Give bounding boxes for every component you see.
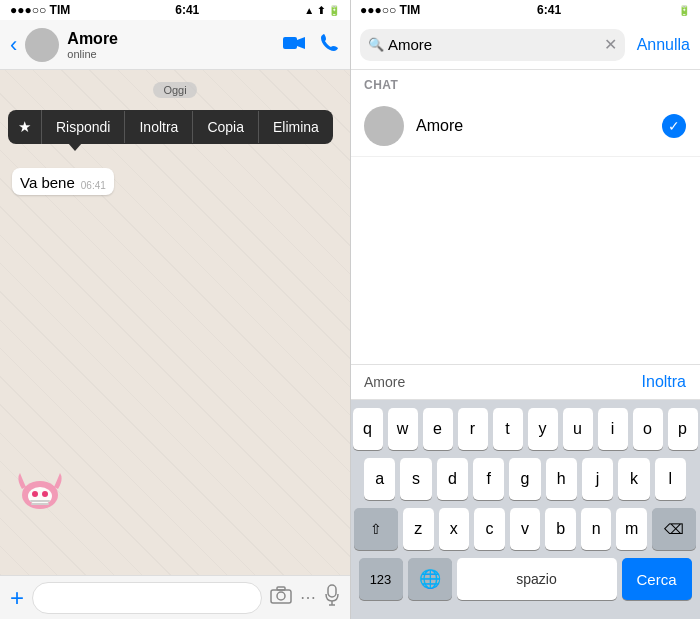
star-button[interactable]: ★: [8, 110, 42, 144]
key-w[interactable]: w: [388, 408, 418, 450]
right-carrier: ●●●○○ TIM: [360, 3, 420, 17]
section-label-chat: CHAT: [350, 70, 700, 96]
chat-avatar: [364, 106, 404, 146]
camera-icon[interactable]: [270, 586, 292, 609]
svg-point-3: [28, 487, 52, 505]
panel-divider: [350, 0, 351, 619]
search-key[interactable]: Cerca: [622, 558, 692, 600]
key-g[interactable]: g: [509, 458, 540, 500]
copy-button[interactable]: Copia: [193, 111, 259, 143]
key-x[interactable]: x: [439, 508, 470, 550]
forward-bar: Amore Inoltra: [350, 364, 700, 400]
forward-button[interactable]: Inoltra: [125, 111, 193, 143]
chat-item-name: Amore: [416, 117, 650, 135]
selected-check-icon: ✓: [662, 114, 686, 138]
context-menu: ★ Rispondi Inoltra Copia Elimina: [8, 110, 333, 144]
right-status-bar: ●●●○○ TIM 6:41 🔋: [350, 0, 700, 20]
chat-list-item[interactable]: Amore ✓: [350, 96, 700, 157]
forward-recipient: Amore: [364, 374, 405, 390]
cancel-button[interactable]: Annulla: [631, 36, 690, 54]
message-text: Va bene: [20, 174, 75, 191]
search-input[interactable]: [388, 36, 600, 53]
keyboard-row-2: a s d f g h j k l: [354, 458, 696, 500]
plus-icon[interactable]: +: [10, 584, 24, 612]
right-time: 6:41: [537, 3, 561, 17]
contact-status: online: [67, 48, 274, 60]
left-battery: ▲ ⬆ 🔋: [304, 5, 340, 16]
mic-icon[interactable]: [324, 584, 340, 611]
svg-marker-1: [297, 37, 305, 49]
svg-rect-7: [31, 503, 49, 505]
header-icons: [282, 32, 340, 57]
chat-bottom: + ⋯: [0, 575, 350, 619]
inoltra-button[interactable]: Inoltra: [642, 373, 686, 391]
video-call-icon[interactable]: [282, 33, 306, 56]
key-i[interactable]: i: [598, 408, 628, 450]
left-panel: ●●●○○ TIM 6:41 ▲ ⬆ 🔋 ‹ Amore online: [0, 0, 350, 619]
reply-button[interactable]: Rispondi: [42, 111, 125, 143]
key-o[interactable]: o: [633, 408, 663, 450]
key-q[interactable]: q: [353, 408, 383, 450]
key-j[interactable]: j: [582, 458, 613, 500]
contact-name: Amore: [67, 30, 274, 48]
key-p[interactable]: p: [668, 408, 698, 450]
svg-point-5: [42, 491, 48, 497]
right-battery: 🔋: [678, 5, 690, 16]
key-f[interactable]: f: [473, 458, 504, 500]
key-u[interactable]: u: [563, 408, 593, 450]
svg-rect-10: [277, 587, 285, 590]
viking-logo: [12, 463, 68, 519]
key-v[interactable]: v: [510, 508, 541, 550]
key-z[interactable]: z: [403, 508, 434, 550]
key-m[interactable]: m: [616, 508, 647, 550]
svg-point-4: [32, 491, 38, 497]
right-panel: ●●●○○ TIM 6:41 🔋 🔍 ✕ Annulla CHAT Amore …: [350, 0, 700, 619]
message-bubble: Va bene 06:41: [12, 168, 114, 195]
left-status-bar: ●●●○○ TIM 6:41 ▲ ⬆ 🔋: [0, 0, 350, 20]
chat-area: Oggi ★ Rispondi Inoltra Copia Elimina Va…: [0, 70, 350, 575]
key-t[interactable]: t: [493, 408, 523, 450]
space-key[interactable]: spazio: [457, 558, 617, 600]
key-l[interactable]: l: [655, 458, 686, 500]
chat-list-spacer: [350, 157, 700, 364]
right-search-header: 🔍 ✕ Annulla: [350, 20, 700, 70]
key-b[interactable]: b: [545, 508, 576, 550]
key-d[interactable]: d: [437, 458, 468, 500]
svg-rect-0: [283, 37, 297, 49]
svg-rect-6: [30, 500, 50, 502]
left-time: 6:41: [175, 3, 199, 17]
left-carrier: ●●●○○ TIM: [10, 3, 70, 17]
delete-key[interactable]: ⌫: [652, 508, 696, 550]
message-time: 06:41: [81, 180, 106, 191]
clear-search-icon[interactable]: ✕: [604, 35, 617, 54]
search-icon: 🔍: [368, 37, 384, 52]
key-a[interactable]: a: [364, 458, 395, 500]
date-label: Oggi: [0, 80, 350, 98]
delete-button[interactable]: Elimina: [259, 111, 333, 143]
message-input[interactable]: [32, 582, 262, 614]
left-header: ‹ Amore online: [0, 20, 350, 70]
key-n[interactable]: n: [581, 508, 612, 550]
keyboard: q w e r t y u i o p a s d f g h j k l ⇧ …: [350, 400, 700, 619]
dots-icon[interactable]: ⋯: [300, 588, 316, 607]
avatar: [25, 28, 59, 62]
key-k[interactable]: k: [618, 458, 649, 500]
search-bar[interactable]: 🔍 ✕: [360, 29, 625, 61]
svg-rect-11: [328, 585, 336, 597]
key-r[interactable]: r: [458, 408, 488, 450]
key-h[interactable]: h: [546, 458, 577, 500]
contact-info: Amore online: [67, 30, 274, 60]
globe-key[interactable]: 🌐: [408, 558, 452, 600]
keyboard-row-1: q w e r t y u i o p: [354, 408, 696, 450]
keyboard-row-4: 123 🌐 spazio Cerca: [354, 558, 696, 600]
numbers-key[interactable]: 123: [359, 558, 403, 600]
key-y[interactable]: y: [528, 408, 558, 450]
key-c[interactable]: c: [474, 508, 505, 550]
svg-point-9: [277, 592, 285, 600]
key-s[interactable]: s: [400, 458, 431, 500]
shift-key[interactable]: ⇧: [354, 508, 398, 550]
back-button[interactable]: ‹: [10, 34, 17, 56]
phone-call-icon[interactable]: [320, 32, 340, 57]
key-e[interactable]: e: [423, 408, 453, 450]
keyboard-row-3: ⇧ z x c v b n m ⌫: [354, 508, 696, 550]
